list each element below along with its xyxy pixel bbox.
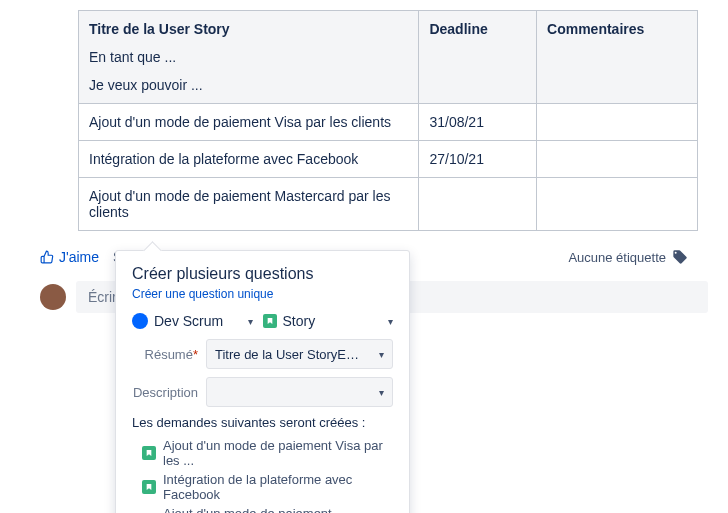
avatar[interactable] (40, 284, 66, 310)
th-comments: Commentaires (537, 11, 698, 104)
cell-deadline[interactable] (419, 178, 537, 231)
cell-title[interactable]: Intégration de la plateforme avec Facebo… (79, 141, 419, 178)
th-title-main: Titre de la User Story (89, 21, 230, 37)
cell-comment[interactable] (537, 178, 698, 231)
single-issue-link[interactable]: Créer une question unique (132, 287, 273, 301)
issuetype-select[interactable]: Story ▾ (263, 313, 394, 323)
cell-comment[interactable] (537, 104, 698, 141)
no-labels-text: Aucune étiquette (568, 250, 666, 265)
cell-deadline[interactable]: 31/08/21 (419, 104, 537, 141)
story-icon (263, 314, 277, 323)
thumbs-up-icon (40, 250, 54, 264)
create-issues-popover: Créer plusieurs questions Créer une ques… (115, 250, 410, 323)
cell-title[interactable]: Ajout d'un mode de paiement Visa par les… (79, 104, 419, 141)
th-title-l2: En tant que ... (89, 49, 408, 65)
cell-deadline[interactable]: 27/10/21 (419, 141, 537, 178)
project-icon (132, 313, 148, 323)
like-button[interactable]: J'aime (40, 249, 99, 265)
user-story-table: Titre de la User Story En tant que ... J… (78, 10, 698, 231)
th-title-l3: Je veux pouvoir ... (89, 77, 408, 93)
th-title: Titre de la User Story En tant que ... J… (79, 11, 419, 104)
like-label: J'aime (59, 249, 99, 265)
tag-icon[interactable] (672, 249, 688, 265)
table-row[interactable]: Intégration de la plateforme avec Facebo… (79, 141, 698, 178)
popover-title: Créer plusieurs questions (132, 265, 393, 283)
table-row[interactable]: Ajout d'un mode de paiement Mastercard p… (79, 178, 698, 231)
th-deadline: Deadline (419, 11, 537, 104)
issuetype-name: Story (283, 313, 316, 323)
cell-comment[interactable] (537, 141, 698, 178)
cell-title[interactable]: Ajout d'un mode de paiement Mastercard p… (79, 178, 419, 231)
project-name: Dev Scrum (154, 313, 223, 323)
table-row[interactable]: Ajout d'un mode de paiement Visa par les… (79, 104, 698, 141)
project-select[interactable]: Dev Scrum ▾ (132, 313, 263, 323)
chevron-down-icon: ▾ (388, 316, 393, 324)
chevron-down-icon: ▾ (248, 316, 253, 324)
